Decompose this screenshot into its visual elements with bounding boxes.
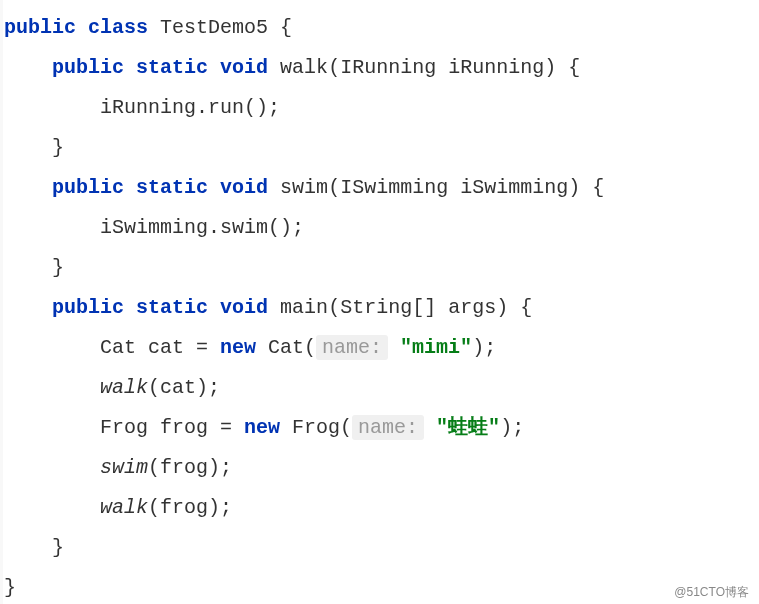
- line-1: public class TestDemo5 {: [4, 16, 292, 39]
- param-hint-name: name:: [352, 415, 424, 440]
- line-13: walk(frog);: [4, 496, 232, 519]
- call-swim-frog: swim: [100, 456, 148, 479]
- line-5: public static void swim(ISwimming iSwimm…: [4, 176, 604, 199]
- call-walk-cat: walk: [100, 376, 148, 399]
- kw-static: static: [136, 56, 208, 79]
- kw-new: new: [220, 336, 256, 359]
- watermark-text: @51CTO博客: [674, 586, 749, 598]
- kw-new: new: [244, 416, 280, 439]
- method2-body: iSwimming.swim();: [100, 216, 304, 239]
- string-mimi: "mimi": [400, 336, 472, 359]
- line-14: }: [4, 536, 64, 559]
- string-frog: "蛙蛙": [436, 416, 500, 439]
- line-7: }: [4, 256, 64, 279]
- line-4: }: [4, 136, 64, 159]
- line-9: Cat cat = new Cat(name: "mimi");: [4, 335, 496, 360]
- kw-static: static: [136, 176, 208, 199]
- line-6: iSwimming.swim();: [4, 216, 304, 239]
- method-name-swim: swim: [280, 176, 328, 199]
- method-name-walk: walk: [280, 56, 328, 79]
- kw-static: static: [136, 296, 208, 319]
- class-name: TestDemo5: [160, 16, 268, 39]
- method-name-main: main: [280, 296, 328, 319]
- frog-ctor: Frog(: [280, 416, 352, 439]
- method1-body: iRunning.run();: [100, 96, 280, 119]
- call-walk-frog: walk: [100, 496, 148, 519]
- code-block: public class TestDemo5 { public static v…: [0, 0, 759, 604]
- line-8: public static void main(String[] args) {: [4, 296, 532, 319]
- gutter: [0, 0, 3, 604]
- line-10: walk(cat);: [4, 376, 220, 399]
- kw-void: void: [220, 56, 268, 79]
- line-15: }: [4, 576, 16, 599]
- kw-public: public: [52, 176, 124, 199]
- kw-public: public: [4, 16, 76, 39]
- cat-ctor: Cat(: [256, 336, 316, 359]
- line-3: iRunning.run();: [4, 96, 280, 119]
- kw-void: void: [220, 176, 268, 199]
- param-hint-name: name:: [316, 335, 388, 360]
- kw-public: public: [52, 296, 124, 319]
- line-2: public static void walk(IRunning iRunnin…: [4, 56, 580, 79]
- frog-decl-pre: Frog frog =: [100, 416, 244, 439]
- kw-public: public: [52, 56, 124, 79]
- kw-void: void: [220, 296, 268, 319]
- cat-decl-pre: Cat cat =: [100, 336, 220, 359]
- line-11: Frog frog = new Frog(name: "蛙蛙");: [4, 415, 524, 440]
- kw-class: class: [88, 16, 148, 39]
- line-12: swim(frog);: [4, 456, 232, 479]
